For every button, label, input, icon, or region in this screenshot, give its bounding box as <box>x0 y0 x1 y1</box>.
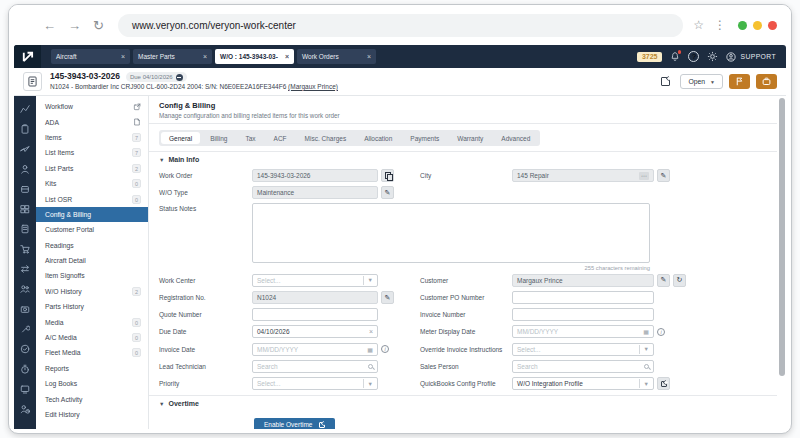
sidebar-item-log-books[interactable]: Log Books <box>36 376 148 391</box>
browser-menu-icon[interactable]: ⋮ <box>714 18 726 32</box>
bell-icon[interactable] <box>670 51 680 62</box>
customer-link[interactable]: (Margaux Prince) <box>288 83 338 90</box>
wrench-icon[interactable] <box>20 324 30 334</box>
url-bar[interactable]: www.veryon.com/veryon-work-center <box>118 14 683 37</box>
sidebar-item-list-parts[interactable]: List Parts2 <box>36 161 148 176</box>
back-button[interactable]: ← <box>43 18 56 33</box>
camera-icon[interactable] <box>20 304 30 314</box>
stopwatch-icon[interactable] <box>20 364 30 374</box>
sidebar-item-kits[interactable]: Kits0 <box>36 176 148 191</box>
calendar-icon[interactable]: ▦ <box>643 328 649 335</box>
settings-gear-icon[interactable] <box>707 51 718 62</box>
monitor-icon[interactable] <box>20 384 30 394</box>
vertical-scrollbar[interactable] <box>779 98 785 421</box>
check-circle-icon[interactable] <box>20 344 30 354</box>
sales-person-input[interactable]: Search <box>512 360 654 373</box>
close-tab-icon[interactable]: × <box>285 53 289 60</box>
work-order-doc-button[interactable] <box>23 72 42 91</box>
sidebar-item-tech-activity[interactable]: Tech Activity <box>36 391 148 406</box>
sidebar-item-items[interactable]: Items7 <box>36 130 148 145</box>
cart-icon[interactable] <box>20 244 30 254</box>
sidebar-item-media[interactable]: Media0 <box>36 314 148 329</box>
copy-work-order-button[interactable] <box>381 169 394 182</box>
close-tab-icon[interactable]: × <box>121 53 125 60</box>
help-icon[interactable]: ? <box>688 51 699 62</box>
workspace-tab-aircraft[interactable]: Aircraft× <box>51 49 130 64</box>
meter-display-date-input[interactable]: MM/DD/YYYY▦ <box>512 325 654 338</box>
edit-city-button[interactable]: ✎ <box>657 169 670 182</box>
reload-button[interactable]: ↻ <box>93 18 104 33</box>
close-tab-icon[interactable]: × <box>203 53 207 60</box>
customer-po-input[interactable] <box>512 291 654 304</box>
override-invoice-select[interactable]: Select...▼ <box>512 343 654 356</box>
users-icon[interactable] <box>20 284 30 294</box>
calendar-icon[interactable]: ▦ <box>367 346 373 353</box>
overtime-section-header[interactable]: ▼ Overtime <box>149 395 777 411</box>
sidebar-item-customer-portal[interactable]: Customer Portal <box>36 222 148 237</box>
green-light-button[interactable] <box>738 21 747 30</box>
external-link-icon[interactable] <box>661 77 670 86</box>
clipboard-icon[interactable] <box>20 124 30 134</box>
main-info-section-header[interactable]: ▼ Main Info <box>149 151 777 167</box>
sidebar-item-workflow[interactable]: Workflow <box>36 99 148 114</box>
bookmark-star-icon[interactable]: ☆ <box>693 18 704 32</box>
sidebar-item-a-c-media[interactable]: A/C Media0 <box>36 330 148 345</box>
sidebar-item-edit-history[interactable]: Edit History <box>36 407 148 422</box>
priority-select[interactable]: Select...▼ <box>252 377 378 390</box>
work-center-select[interactable]: Select...▼ <box>252 274 378 287</box>
edit-customer-button[interactable]: ✎ <box>657 274 670 287</box>
flag-action-button[interactable] <box>729 74 750 89</box>
red-light-button[interactable] <box>768 21 777 30</box>
ellipsis-icon[interactable]: ⋯ <box>639 172 649 180</box>
sidebar-item-readings[interactable]: Readings <box>36 238 148 253</box>
enable-overtime-button[interactable]: Enable Overtime <box>254 418 335 429</box>
tab-tax[interactable]: Tax <box>237 132 263 144</box>
sidebar-item-reports[interactable]: Reports <box>36 361 148 376</box>
workspace-tab-master-parts[interactable]: Master Parts× <box>133 49 212 64</box>
quickbooks-profile-select[interactable]: W/O Integration Profile▼ <box>512 377 654 390</box>
lead-technician-input[interactable]: Search <box>252 360 378 373</box>
forward-button[interactable]: → <box>68 18 81 33</box>
transfer-icon[interactable] <box>20 264 30 274</box>
sidebar-item-config-billing[interactable]: Config & Billing <box>36 207 148 222</box>
sidebar-item-fleet-media[interactable]: Fleet Media0 <box>36 345 148 360</box>
support-menu[interactable]: SUPPORT <box>726 52 776 62</box>
workspace-tab-w-o-145-3943-03[interactable]: W/O : 145-3943-03-× <box>215 49 294 64</box>
tab-allocation[interactable]: Allocation <box>356 132 400 144</box>
notification-counter-badge[interactable]: 3725 <box>637 52 663 62</box>
yellow-light-button[interactable] <box>753 21 762 30</box>
pilot-icon[interactable] <box>20 164 30 174</box>
tab-advanced[interactable]: Advanced <box>493 132 538 144</box>
document-icon[interactable] <box>20 224 30 234</box>
tab-misc-charges[interactable]: Misc. Charges <box>297 132 355 144</box>
grid-icon[interactable] <box>20 204 30 214</box>
invoice-date-input[interactable]: MM/DD/YYYY▦ <box>252 343 378 356</box>
briefcase-action-button[interactable] <box>756 74 777 89</box>
status-open-dropdown[interactable]: Open ▼ <box>680 74 723 89</box>
workspace-tab-work-orders[interactable]: Work Orders× <box>297 49 376 64</box>
airplane-icon[interactable] <box>20 144 30 154</box>
edit-registration-button[interactable]: ✎ <box>381 291 394 304</box>
sidebar-item-aircraft-detail[interactable]: Aircraft Detail <box>36 253 148 268</box>
quote-number-input[interactable] <box>252 308 378 321</box>
veryon-logo[interactable] <box>14 45 41 68</box>
refresh-customer-button[interactable]: ↻ <box>673 274 686 287</box>
status-notes-textarea[interactable] <box>252 203 650 263</box>
tab-payments[interactable]: Payments <box>402 132 447 144</box>
scrollbar-thumb[interactable] <box>779 98 785 376</box>
parts-icon[interactable] <box>20 184 30 194</box>
user-clock-icon[interactable] <box>20 404 30 414</box>
open-quickbooks-profile-button[interactable] <box>657 377 670 390</box>
tab-warranty[interactable]: Warranty <box>449 132 491 144</box>
edit-wo-type-button[interactable]: ✎ <box>381 186 394 199</box>
invoice-number-input[interactable] <box>512 308 654 321</box>
due-date-input[interactable]: 04/10/2026× <box>252 325 378 338</box>
clear-icon[interactable]: × <box>369 328 373 335</box>
tab-acf[interactable]: ACF <box>266 132 295 144</box>
chart-icon[interactable] <box>20 104 30 114</box>
sidebar-item-parts-history[interactable]: Parts History <box>36 299 148 314</box>
tab-general[interactable]: General <box>161 132 200 144</box>
sidebar-item-list-osr[interactable]: List OSR0 <box>36 191 148 206</box>
sidebar-item-ada[interactable]: ADA <box>36 114 148 129</box>
close-tab-icon[interactable]: × <box>367 53 371 60</box>
